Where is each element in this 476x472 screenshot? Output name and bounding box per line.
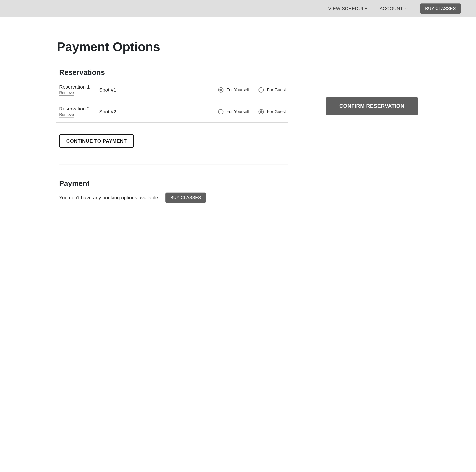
reservation-name: Reservation 1 (59, 84, 99, 90)
booking-for-radio-group: For YourselfFor Guest (149, 109, 288, 114)
radio-yourself[interactable]: For Yourself (218, 87, 249, 93)
radio-guest[interactable]: For Guest (258, 109, 286, 114)
payment-body: You don't have any booking options avail… (56, 193, 288, 203)
radio-ring-icon (218, 87, 223, 93)
spot-label: Spot #1 (99, 87, 149, 93)
main-column: Reservations Reservation 1RemoveSpot #1F… (56, 68, 288, 203)
page: Payment Options Reservations Reservation… (0, 17, 476, 203)
page-title: Payment Options (57, 40, 288, 53)
nav-view-schedule[interactable]: VIEW SCHEDULE (328, 6, 368, 11)
radio-label: For Yourself (226, 109, 249, 114)
radio-dot-icon (220, 110, 222, 113)
site-header: VIEW SCHEDULE ACCOUNT BUY CLASSES (0, 0, 476, 17)
header-nav: VIEW SCHEDULE ACCOUNT BUY CLASSES (328, 3, 461, 14)
spot-label: Spot #2 (99, 109, 149, 115)
reservation-row: Reservation 2RemoveSpot #2For YourselfFo… (56, 101, 288, 123)
radio-label: For Yourself (226, 87, 249, 92)
nav-account[interactable]: ACCOUNT (379, 6, 408, 11)
reservations-title: Reservations (59, 68, 288, 77)
reservations-actions: CONTINUE TO PAYMENT (56, 123, 288, 148)
radio-dot-icon (220, 89, 222, 91)
radio-label: For Guest (267, 109, 286, 114)
buy-classes-inline-button[interactable]: BUY CLASSES (166, 193, 206, 203)
radio-ring-icon (258, 87, 264, 93)
reservation-name-wrap: Reservation 2Remove (56, 106, 99, 118)
payment-empty-text: You don't have any booking options avail… (59, 195, 159, 201)
nav-account-label: ACCOUNT (379, 6, 403, 11)
confirm-reservation-button[interactable]: CONFIRM RESERVATION (326, 97, 418, 115)
radio-ring-icon (258, 109, 264, 114)
reservation-name-wrap: Reservation 1Remove (56, 84, 99, 96)
side-column: CONFIRM RESERVATION (326, 68, 418, 115)
buy-classes-button[interactable]: BUY CLASSES (420, 3, 461, 14)
remove-reservation-link[interactable]: Remove (59, 112, 74, 118)
radio-dot-icon (260, 89, 262, 91)
radio-guest[interactable]: For Guest (258, 87, 286, 93)
payment-title: Payment (59, 179, 288, 187)
reservation-row: Reservation 1RemoveSpot #1For YourselfFo… (56, 81, 288, 101)
booking-for-radio-group: For YourselfFor Guest (149, 87, 288, 93)
payment-section: Payment You don't have any booking optio… (56, 165, 288, 203)
radio-label: For Guest (267, 87, 286, 92)
radio-ring-icon (218, 109, 223, 114)
remove-reservation-link[interactable]: Remove (59, 90, 74, 96)
chevron-down-icon (405, 7, 408, 10)
continue-to-payment-button[interactable]: CONTINUE TO PAYMENT (59, 134, 134, 148)
radio-dot-icon (260, 110, 262, 113)
radio-yourself[interactable]: For Yourself (218, 109, 249, 114)
reservation-name: Reservation 2 (59, 106, 99, 112)
